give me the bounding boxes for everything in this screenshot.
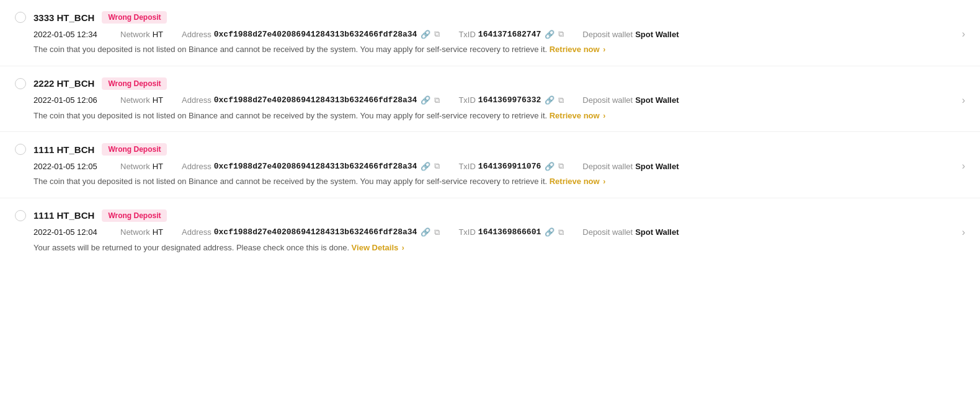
action-arrow-1: › [603, 45, 605, 54]
item-chevron-3[interactable]: › [955, 161, 965, 172]
address-label-4: Address [182, 227, 212, 237]
item-message-4: Your assets will be returned to your des… [15, 242, 965, 254]
item-message-3: The coin that you deposited is not liste… [15, 175, 965, 188]
txid-link-icon-4[interactable]: 🔗 [545, 227, 555, 237]
item-checkbox-3[interactable] [15, 144, 26, 155]
wallet-value-4: Spot Wallet [635, 227, 679, 237]
item-wallet-group-4: Deposit wallet Spot Wallet [582, 227, 679, 237]
txid-copy-icon-1[interactable]: ⧉ [558, 29, 564, 39]
address-label-3: Address [182, 162, 212, 171]
txid-label-1: TxID [458, 30, 475, 39]
item-timestamp-1: 2022-01-05 12:34 [33, 30, 120, 39]
item-badge-3: Wrong Deposit [102, 143, 167, 156]
item-badge-2: Wrong Deposit [102, 77, 167, 90]
network-value-2: HT [153, 95, 163, 105]
address-copy-icon-4[interactable]: ⧉ [434, 227, 440, 237]
item-address-group-2: Address 0xcf1988d27e402086941284313b6324… [182, 95, 440, 105]
deposit-item-3: 1111 HT_BCH Wrong Deposit 2022-01-05 12:… [0, 132, 980, 198]
network-label-4: Network [120, 227, 150, 237]
address-link-icon-4[interactable]: 🔗 [421, 227, 430, 237]
item-txid-group-3: TxID 1641369911076 🔗 ⧉ [458, 161, 564, 171]
address-link-icon-2[interactable]: 🔗 [421, 95, 430, 105]
item-wallet-group-3: Deposit wallet Spot Wallet [582, 162, 679, 171]
txid-value-2: 1641369976332 [478, 95, 541, 105]
item-badge-4: Wrong Deposit [102, 209, 167, 222]
txid-link-icon-1[interactable]: 🔗 [545, 30, 555, 39]
item-amount-3: 1111 HT_BCH [33, 144, 94, 155]
item-timestamp-2: 2022-01-05 12:06 [33, 95, 120, 105]
deposit-item-2: 2222 HT_BCH Wrong Deposit 2022-01-05 12:… [0, 66, 980, 133]
item-wallet-group-1: Deposit wallet Spot Wallet [582, 30, 679, 39]
item-action-link-2[interactable]: Retrieve now › [550, 111, 606, 120]
item-timestamp-4: 2022-01-05 12:04 [33, 227, 120, 237]
item-network-group-4: Network HT [120, 227, 163, 237]
item-badge-1: Wrong Deposit [102, 11, 167, 24]
address-link-icon-3[interactable]: 🔗 [421, 162, 430, 171]
deposit-list: 3333 HT_BCH Wrong Deposit 2022-01-05 12:… [0, 0, 980, 409]
item-message-1: The coin that you deposited is not liste… [15, 43, 965, 56]
item-chevron-2[interactable]: › [955, 95, 965, 106]
item-address-group-4: Address 0xcf1988d27e402086941284313b6324… [182, 227, 440, 237]
deposit-item-4: 1111 HT_BCH Wrong Deposit 2022-01-05 12:… [0, 198, 980, 264]
item-wallet-group-2: Deposit wallet Spot Wallet [582, 95, 679, 105]
item-network-group-1: Network HT [120, 30, 163, 39]
address-label-1: Address [182, 30, 212, 39]
item-address-group-1: Address 0xcf1988d27e402086941284313b6324… [182, 29, 440, 39]
txid-value-3: 1641369911076 [478, 162, 541, 171]
network-value-3: HT [153, 162, 163, 171]
txid-copy-icon-2[interactable]: ⧉ [558, 95, 564, 105]
item-chevron-1[interactable]: › [955, 29, 965, 40]
action-arrow-3: › [603, 177, 605, 186]
wallet-value-3: Spot Wallet [635, 162, 679, 171]
network-label-3: Network [120, 162, 150, 171]
address-copy-icon-1[interactable]: ⧉ [434, 29, 440, 39]
wallet-label-3: Deposit wallet [582, 162, 633, 171]
item-checkbox-1[interactable] [15, 12, 26, 23]
item-action-link-3[interactable]: Retrieve now › [550, 177, 606, 186]
item-network-group-3: Network HT [120, 162, 163, 171]
address-copy-icon-3[interactable]: ⧉ [434, 161, 440, 171]
address-value-2: 0xcf1988d27e402086941284313b632466fdf28a… [214, 95, 417, 105]
item-txid-group-4: TxID 1641369866601 🔗 ⧉ [458, 227, 564, 237]
deposit-item-1: 3333 HT_BCH Wrong Deposit 2022-01-05 12:… [0, 0, 980, 66]
item-amount-1: 3333 HT_BCH [33, 12, 94, 23]
network-label-2: Network [120, 95, 150, 105]
address-value-4: 0xcf1988d27e402086941284313b632466fdf28a… [214, 227, 417, 237]
txid-link-icon-2[interactable]: 🔗 [545, 95, 555, 105]
txid-value-1: 1641371682747 [478, 30, 541, 39]
item-network-group-2: Network HT [120, 95, 163, 105]
address-value-1: 0xcf1988d27e402086941284313b632466fdf28a… [214, 30, 417, 39]
action-arrow-4: › [402, 244, 404, 252]
network-label-1: Network [120, 30, 150, 39]
txid-label-4: TxID [458, 227, 475, 237]
item-chevron-4[interactable]: › [955, 227, 965, 238]
item-action-link-1[interactable]: Retrieve now › [550, 45, 606, 54]
item-amount-4: 1111 HT_BCH [33, 210, 94, 221]
network-value-4: HT [153, 227, 163, 237]
item-amount-2: 2222 HT_BCH [33, 78, 94, 89]
item-checkbox-4[interactable] [15, 210, 26, 221]
txid-value-4: 1641369866601 [478, 227, 541, 237]
wallet-label-2: Deposit wallet [582, 95, 633, 105]
txid-copy-icon-3[interactable]: ⧉ [558, 161, 564, 171]
item-action-link-4[interactable]: View Details › [352, 243, 404, 252]
item-address-group-3: Address 0xcf1988d27e402086941284313b6324… [182, 161, 440, 171]
address-copy-icon-2[interactable]: ⧉ [434, 95, 440, 105]
wallet-label-1: Deposit wallet [582, 30, 633, 39]
wallet-value-1: Spot Wallet [635, 30, 679, 39]
txid-copy-icon-4[interactable]: ⧉ [558, 227, 564, 237]
item-txid-group-2: TxID 1641369976332 🔗 ⧉ [458, 95, 564, 105]
txid-label-3: TxID [458, 162, 475, 171]
address-value-3: 0xcf1988d27e402086941284313b632466fdf28a… [214, 162, 417, 171]
address-link-icon-1[interactable]: 🔗 [421, 30, 430, 39]
action-arrow-2: › [603, 112, 605, 120]
item-message-2: The coin that you deposited is not liste… [15, 110, 965, 122]
wallet-value-2: Spot Wallet [635, 95, 679, 105]
txid-link-icon-3[interactable]: 🔗 [545, 162, 555, 171]
wallet-label-4: Deposit wallet [582, 227, 633, 237]
item-txid-group-1: TxID 1641371682747 🔗 ⧉ [458, 29, 564, 39]
item-checkbox-2[interactable] [15, 78, 26, 89]
network-value-1: HT [153, 30, 163, 39]
txid-label-2: TxID [458, 95, 475, 105]
address-label-2: Address [182, 95, 212, 105]
